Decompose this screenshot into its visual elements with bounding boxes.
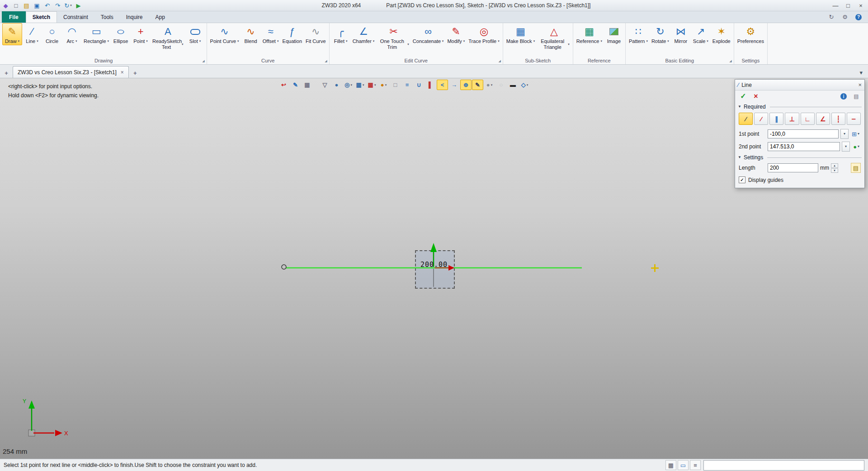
second-point-input[interactable]	[768, 142, 840, 151]
display-guides-checkbox[interactable]: ✓	[739, 176, 745, 183]
spin-up-icon[interactable]: ▴	[831, 163, 838, 168]
first-point-picker-button[interactable]: ⊞ ▾	[850, 129, 861, 138]
snap-filter-button[interactable]: <	[437, 80, 448, 90]
ribbon-button-mirror[interactable]: ⋈Mirror	[671, 23, 691, 45]
play-button[interactable]: ▶	[74, 1, 83, 10]
ribbon-button-explode[interactable]: ✶Explode	[711, 23, 732, 45]
reference-ghost-button[interactable]: ○	[495, 80, 507, 90]
regen-button[interactable]: ↻▾	[63, 1, 73, 10]
tab-inquire[interactable]: Inquire	[120, 11, 149, 23]
line-start-point[interactable]	[282, 265, 286, 269]
tab-list-button[interactable]: ▾	[859, 70, 866, 78]
brush-button[interactable]: ✎	[290, 80, 301, 90]
ribbon-button-arc[interactable]: ◠Arc▾	[62, 23, 82, 45]
line-panel-header[interactable]: ∕ Line ×	[735, 80, 864, 90]
ribbon-button-fit-curve[interactable]: ∿Fit Curve	[304, 23, 328, 45]
selection-filter-button[interactable]: ◇▾	[519, 80, 530, 90]
sync-button[interactable]: ↻	[827, 13, 835, 21]
tab-constraint[interactable]: Constraint	[57, 11, 94, 23]
ribbon-button-offset[interactable]: ≈Offset▾	[261, 23, 281, 45]
open-file-button[interactable]: ▤	[22, 1, 31, 10]
ribbon-button-point[interactable]: +Point▾	[131, 23, 151, 45]
tab-tools[interactable]: Tools	[94, 11, 120, 23]
ribbon-button-draw[interactable]: ✎Draw▾	[2, 23, 22, 45]
ribbon-button-rotate[interactable]: ↻Rotate▾	[650, 23, 671, 45]
cancel-button[interactable]: ×	[750, 92, 761, 101]
ribbon-button-point-curve[interactable]: ∿Point Curve▾	[208, 23, 241, 45]
ribbon-button-one-touch-trim[interactable]: ✂One Touch Trim▾	[376, 23, 411, 51]
line-width-button[interactable]: ▬	[507, 80, 519, 90]
parallel-line-button[interactable]: ∥	[769, 113, 783, 125]
document-tab[interactable]: ZW3D vs Creo Lesson Six.Z3 - [Sketch1] ×	[13, 66, 129, 78]
exit-sketch-button[interactable]: ↩	[278, 80, 289, 90]
dialog-launcher-icon[interactable]: ◢	[729, 59, 731, 63]
ribbon-button-rectangle[interactable]: ▭Rectangle▾	[82, 23, 111, 45]
first-point-history-button[interactable]: ▾	[840, 129, 849, 139]
ok-button[interactable]: ✓	[738, 92, 749, 101]
required-section-header[interactable]: ▼ Required	[735, 102, 864, 111]
new-document-button[interactable]: +	[2, 68, 11, 78]
tangent-display-button[interactable]: ∪	[413, 80, 425, 90]
minimize-button[interactable]: —	[829, 1, 842, 10]
tab-app[interactable]: App	[149, 11, 171, 23]
background-style-button[interactable]: ●▾	[484, 80, 495, 90]
escape-snap-button[interactable]: →	[448, 80, 460, 90]
ribbon-button-trace-profile[interactable]: ◎Trace Profile▾	[467, 23, 501, 45]
point-line-button[interactable]: ∕	[754, 113, 768, 125]
close-button[interactable]: ×	[854, 1, 867, 10]
maximize-button[interactable]: □	[842, 1, 854, 10]
ribbon-button-line[interactable]: ∕Line▾	[22, 23, 42, 45]
undo-button[interactable]: ↶	[42, 1, 52, 10]
second-point-picker-button[interactable]: ● ▾	[852, 142, 861, 151]
hatch-display-button[interactable]: ▦▾	[366, 80, 377, 90]
perpendicular-line-button[interactable]: ⊥	[785, 113, 799, 125]
length-input[interactable]	[768, 163, 818, 172]
new-file-button[interactable]: □	[11, 1, 21, 10]
ribbon-button-fillet[interactable]: ╭Fillet▾	[331, 23, 351, 45]
ribbon-button-ellipse[interactable]: ○Ellipse	[111, 23, 131, 45]
dialog-launcher-icon[interactable]: ◢	[325, 59, 327, 63]
ribbon-button-pattern[interactable]: ∷Pattern▾	[627, 23, 650, 45]
horizontal-axis-line-button[interactable]: ┄	[847, 113, 861, 125]
settings-section-header[interactable]: ▼ Settings	[735, 153, 864, 162]
ribbon-button-blend[interactable]: ∿Blend	[241, 23, 261, 45]
horizontal-guide-button[interactable]: ≡	[401, 80, 413, 90]
ribbon-button-circle[interactable]: ○Circle	[42, 23, 62, 45]
canvas-viewport[interactable]: <right-click> for point input options. H…	[0, 78, 868, 459]
ribbon-button-chamfer[interactable]: ∠Chamfer▾	[351, 23, 377, 45]
ribbon-button-readysketch-text[interactable]: AReadySketch Text▾	[151, 23, 185, 51]
render-style-button[interactable]: ●▾	[378, 80, 389, 90]
options-gear-button[interactable]: ⚙	[841, 13, 849, 21]
ribbon-button-concatenate[interactable]: ∞Concatenate▾	[411, 23, 446, 45]
table-view-button[interactable]: ▦	[665, 460, 676, 470]
ribbon-button-preferences[interactable]: ⚙Preferences	[736, 23, 766, 45]
two-point-line-button[interactable]: ∕	[739, 113, 753, 125]
sheet-settings-button[interactable]: ▦	[302, 80, 313, 90]
tab-close-icon[interactable]: ×	[121, 69, 124, 76]
ribbon-button-equation[interactable]: ƒEquation	[281, 23, 304, 45]
command-input[interactable]	[703, 460, 864, 471]
notes-button[interactable]: ▤	[851, 92, 862, 101]
length-expression-button[interactable]: ▤	[851, 163, 861, 173]
tab-file[interactable]: File	[2, 11, 26, 23]
angle-line-button[interactable]: ∠	[816, 113, 830, 125]
ribbon-button-reference[interactable]: ▦Reference▾	[575, 23, 604, 45]
dialog-launcher-icon[interactable]: ◢	[202, 59, 204, 63]
shaded-display-button[interactable]: ●	[331, 80, 342, 90]
save-button[interactable]: ▣	[32, 1, 42, 10]
display-view-button[interactable]: ▭	[678, 460, 689, 470]
free-draw-button[interactable]: ✎	[472, 80, 483, 90]
help-button[interactable]: ?	[854, 13, 863, 21]
ribbon-button-slot[interactable]: Slot▾	[185, 23, 205, 45]
frame-display-button[interactable]: □	[390, 80, 401, 90]
add-tab-button[interactable]: +	[131, 68, 140, 78]
spin-down-icon[interactable]: ▾	[831, 168, 838, 173]
horizontal-line-button[interactable]: ∟	[801, 113, 815, 125]
panel-close-icon[interactable]: ×	[858, 82, 862, 88]
info-button[interactable]: i	[838, 92, 849, 101]
ribbon-button-scale[interactable]: ↗Scale▾	[691, 23, 711, 45]
second-point-history-button[interactable]: ▾	[842, 142, 850, 152]
redo-button[interactable]: ↷	[53, 1, 62, 10]
bar-chart-button[interactable]: ▌	[425, 80, 436, 90]
command-entry-button[interactable]: ≡	[690, 460, 701, 470]
